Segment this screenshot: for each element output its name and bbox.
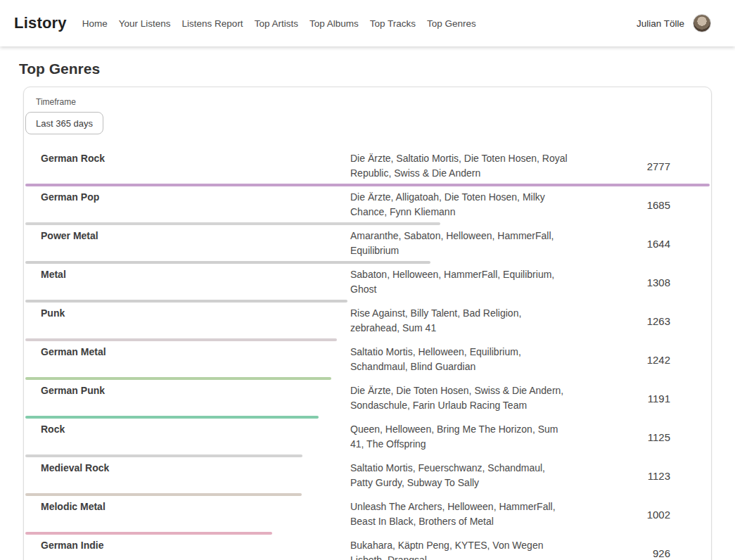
user-name[interactable]: Julian Tölle (637, 18, 684, 29)
genre-name: Power Metal (41, 229, 350, 243)
genre-count: 2777 (568, 160, 670, 172)
genre-row[interactable]: German Indie Bukahara, Käptn Peng, KYTES… (24, 535, 711, 560)
genre-name: Melodic Metal (41, 499, 350, 514)
genre-row[interactable]: Rock Queen, Helloween, Bring Me The Hori… (24, 419, 711, 457)
nav-item-home[interactable]: Home (82, 18, 108, 29)
genre-artists: Amaranthe, Sabaton, Helloween, HammerFal… (350, 229, 568, 258)
genre-name: German Rock (41, 151, 350, 166)
main-content: Top Genres Timeframe Last 365 days Germa… (0, 61, 735, 560)
genre-artists: Unleash The Archers, Helloween, HammerFa… (350, 499, 568, 529)
genre-row[interactable]: Metal Sabaton, Helloween, HammerFall, Eq… (24, 264, 711, 303)
genre-artists: Rise Against, Billy Talent, Bad Religion… (350, 306, 568, 336)
genre-row-columns: Medieval Rock Saltatio Mortis, Feuerschw… (24, 461, 711, 490)
genre-count: 1263 (568, 315, 670, 327)
nav-item-top-artists[interactable]: Top Artists (255, 18, 298, 29)
genre-row-columns: German Rock Die Ärzte, Saltatio Mortis, … (24, 151, 711, 181)
nav-user-area: Julian Tölle (637, 14, 711, 32)
genre-count: 1644 (568, 238, 670, 250)
nav-item-listens-report[interactable]: Listens Report (182, 18, 243, 29)
genre-name: German Metal (41, 345, 350, 359)
genre-row-columns: Melodic Metal Unleash The Archers, Hello… (24, 499, 711, 529)
timeframe-label: Timeframe (36, 97, 711, 107)
genre-row-columns: Punk Rise Against, Billy Talent, Bad Rel… (24, 306, 711, 336)
timeframe-filter: Timeframe Last 365 days (25, 97, 711, 134)
genre-name: German Indie (41, 538, 350, 553)
genre-name: German Pop (41, 190, 350, 205)
genre-row-columns: German Punk Die Ärzte, Die Toten Hosen, … (24, 383, 711, 413)
genre-artists: Saltatio Mortis, Helloween, Equilibrium,… (350, 345, 568, 374)
genre-artists: Queen, Helloween, Bring Me The Horizon, … (350, 422, 568, 452)
genre-artists: Die Ärzte, Die Toten Hosen, Swiss & Die … (350, 383, 568, 413)
genre-name: Metal (41, 267, 350, 282)
genre-artists: Die Ärzte, Alligatoah, Die Toten Hosen, … (350, 190, 568, 219)
genre-name: Rock (41, 422, 350, 437)
genre-row[interactable]: German Rock Die Ärzte, Saltatio Mortis, … (24, 148, 711, 186)
genre-row-columns: German Pop Die Ärzte, Alligatoah, Die To… (24, 190, 711, 219)
genre-row[interactable]: Medieval Rock Saltatio Mortis, Feuerschw… (24, 457, 711, 496)
page-title: Top Genres (19, 61, 735, 77)
genre-row-columns: Metal Sabaton, Helloween, HammerFall, Eq… (24, 267, 711, 297)
genre-row-columns: Power Metal Amaranthe, Sabaton, Hellowee… (24, 229, 711, 258)
genre-name: German Punk (41, 383, 350, 398)
app-logo[interactable]: Listory (14, 14, 67, 32)
genre-count: 1002 (568, 509, 670, 521)
genre-artists: Saltatio Mortis, Feuerschwanz, Schandmau… (350, 461, 568, 490)
genre-count: 1191 (568, 393, 670, 405)
genre-artists: Die Ärzte, Saltatio Mortis, Die Toten Ho… (350, 151, 568, 181)
genre-row[interactable]: German Punk Die Ärzte, Die Toten Hosen, … (24, 380, 711, 419)
genre-row[interactable]: German Metal Saltatio Mortis, Helloween,… (24, 341, 711, 380)
nav-item-your-listens[interactable]: Your Listens (119, 18, 171, 29)
genre-artists: Bukahara, Käptn Peng, KYTES, Von Wegen L… (350, 538, 568, 560)
genre-name: Medieval Rock (41, 461, 350, 476)
genre-row-columns: German Indie Bukahara, Käptn Peng, KYTES… (24, 538, 711, 560)
genre-row[interactable]: German Pop Die Ärzte, Alligatoah, Die To… (24, 186, 711, 225)
nav-links: HomeYour ListensListens ReportTop Artist… (82, 18, 637, 29)
nav-item-top-albums[interactable]: Top Albums (309, 18, 359, 29)
genre-row[interactable]: Power Metal Amaranthe, Sabaton, Hellowee… (24, 225, 711, 264)
genre-artists: Sabaton, Helloween, HammerFall, Equilibr… (350, 267, 568, 297)
user-avatar[interactable] (693, 14, 711, 32)
genre-count: 1242 (568, 354, 670, 366)
genre-row[interactable]: Melodic Metal Unleash The Archers, Hello… (24, 496, 711, 535)
genre-name: Punk (41, 306, 350, 321)
genre-count: 1123 (568, 470, 670, 482)
nav-item-top-genres[interactable]: Top Genres (427, 18, 476, 29)
genre-row[interactable]: Punk Rise Against, Billy Talent, Bad Rel… (24, 303, 711, 341)
genre-count: 1125 (568, 431, 670, 443)
genre-count: 926 (568, 547, 670, 559)
nav-item-top-tracks[interactable]: Top Tracks (370, 18, 416, 29)
top-genres-card: Timeframe Last 365 days German Rock Die … (23, 87, 712, 560)
top-nav: Listory HomeYour ListensListens ReportTo… (0, 0, 735, 46)
genre-row-columns: German Metal Saltatio Mortis, Helloween,… (24, 345, 711, 374)
genre-count: 1308 (568, 276, 670, 288)
genre-table: German Rock Die Ärzte, Saltatio Mortis, … (24, 148, 711, 560)
genre-row-columns: Rock Queen, Helloween, Bring Me The Hori… (24, 422, 711, 452)
timeframe-select[interactable]: Last 365 days (25, 112, 103, 134)
genre-count: 1685 (568, 199, 670, 211)
